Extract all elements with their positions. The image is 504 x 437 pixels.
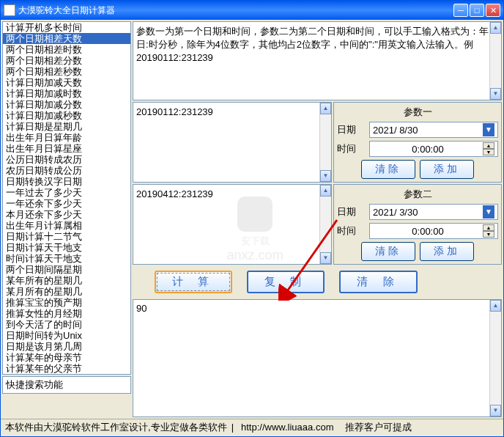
param2-date-value: 2021/ 3/30	[373, 207, 483, 218]
param2-title: 参数二	[337, 188, 498, 201]
dropdown-icon[interactable]: ▼	[483, 123, 494, 136]
app-icon	[4, 4, 15, 16]
spin-up-icon[interactable]: ▲	[483, 142, 494, 149]
param2-add-button[interactable]: 添加	[420, 242, 474, 261]
param1-time-input[interactable]: 0:00:00 ▲ ▼	[369, 141, 498, 157]
sidebar-item[interactable]: 某年所有的星期几	[3, 275, 130, 286]
close-button[interactable]: ✕	[486, 4, 500, 17]
scrollbar[interactable]: ▲ ▼	[319, 185, 331, 264]
sidebar-item[interactable]: 推算宝宝的预产期	[3, 297, 130, 308]
sidebar-item[interactable]: 计算日期加减时数	[3, 88, 130, 99]
param1-add-button[interactable]: 添加	[420, 160, 474, 179]
sidebar-item[interactable]: 两个日期相差天数	[3, 33, 130, 44]
window-title: 大漠驼铃大全日期计算器	[18, 4, 453, 17]
sidebar-item[interactable]: 计算某年的母亲节	[3, 352, 130, 363]
sidebar-item[interactable]: 计算日期加减秒数	[3, 110, 130, 121]
scroll-down-icon[interactable]: ▼	[490, 88, 501, 100]
param1-value: 20190112:231239	[136, 106, 213, 117]
copy-button[interactable]: 复 制	[247, 271, 325, 293]
function-list[interactable]: 计算开机多长时间两个日期相差天数两个日期相差时数两个日期相差分数两个日期相差秒数…	[2, 21, 131, 375]
time-label: 时间	[337, 224, 366, 238]
sidebar-item[interactable]: 日期计算十二节气	[3, 231, 130, 242]
description-text: 参数一为第一个日期和时间，参数二为第二个日期和时间，可以手工输入格式为：年月日:…	[136, 26, 498, 63]
param1-panel: 参数一 日期 2021/ 8/30 ▼ 时间 0:00:00	[333, 102, 502, 183]
sidebar-item[interactable]: 出生年月日算星座	[3, 143, 130, 154]
date-label: 日期	[337, 205, 366, 218]
sidebar-item[interactable]: 计算日期加减分数	[3, 99, 130, 110]
calculate-button[interactable]: 计 算	[155, 271, 232, 293]
spin-down-icon[interactable]: ▼	[483, 149, 494, 155]
param2-time-input[interactable]: 0:00:00 ▲ ▼	[369, 223, 498, 239]
sidebar-item[interactable]: 某月所有的星期几	[3, 286, 130, 297]
scroll-up-icon[interactable]: ▲	[490, 22, 501, 34]
param1-clear-button[interactable]: 清除	[361, 160, 415, 179]
sidebar-item[interactable]: 农历日期转成公历	[3, 165, 130, 176]
scroll-up-icon[interactable]: ▲	[320, 103, 331, 114]
statusbar: 本软件由大漠驼铃软件工作室设计,专业定做各类软件 | http://www.li…	[1, 419, 503, 435]
status-text2: 推荐客户可提成	[345, 421, 412, 434]
scroll-down-icon[interactable]: ▼	[320, 252, 331, 264]
sidebar-item[interactable]: 计算日期加减天数	[3, 77, 130, 88]
maximize-button[interactable]: □	[470, 4, 484, 17]
sidebar-item[interactable]: 公历日期转成农历	[3, 154, 130, 165]
dropdown-icon[interactable]: ▼	[483, 205, 494, 218]
param1-date-input[interactable]: 2021/ 8/30 ▼	[369, 122, 498, 138]
sidebar-item[interactable]: 日期时间转为Unix	[3, 330, 130, 341]
sidebar-item[interactable]: 两个日期相差时数	[3, 44, 130, 55]
param2-time-value: 0:00:00	[373, 226, 483, 237]
scroll-down-icon[interactable]: ▼	[490, 405, 501, 416]
sidebar-item[interactable]: 出生年月计算属相	[3, 220, 130, 231]
scrollbar[interactable]: ▲ ▼	[489, 22, 501, 100]
scroll-down-icon[interactable]: ▼	[320, 170, 331, 182]
sidebar-item[interactable]: 到今天活了的时间	[3, 319, 130, 330]
param1-title: 参数一	[337, 106, 498, 119]
sidebar-item[interactable]: 计算日期是星期几	[3, 121, 130, 132]
scrollbar[interactable]: ▲ ▼	[319, 103, 331, 182]
quick-search[interactable]: 快捷搜索功能	[2, 376, 131, 394]
sidebar-item[interactable]: 日期转换汉字日期	[3, 176, 130, 187]
param1-textarea[interactable]: 20190112:231239 ▲ ▼	[133, 102, 332, 183]
param2-date-input[interactable]: 2021/ 3/30 ▼	[369, 204, 498, 220]
param2-value: 20190412:231239	[136, 188, 213, 199]
titlebar: 大漠驼铃大全日期计算器 ─ □ ✕	[1, 1, 503, 20]
sidebar-item[interactable]: 计算某年的父亲节	[3, 363, 130, 374]
time-label: 时间	[337, 142, 366, 155]
sidebar-item[interactable]: 日期计算天干地支	[3, 242, 130, 253]
description-box: 参数一为第一个日期和时间，参数二为第二个日期和时间，可以手工输入格式为：年月日:…	[133, 21, 502, 100]
result-value: 90	[136, 303, 147, 314]
status-text1: 本软件由大漠驼铃软件工作室设计,专业定做各类软件	[5, 421, 227, 434]
result-box[interactable]: 90 ▲ ▼	[133, 299, 502, 417]
clear-button[interactable]: 清 除	[339, 271, 417, 293]
sidebar-item[interactable]: 出生年月日算年龄	[3, 132, 130, 143]
sidebar-item[interactable]: 两个日期相差秒数	[3, 66, 130, 77]
param2-clear-button[interactable]: 清除	[361, 242, 415, 261]
scroll-up-icon[interactable]: ▲	[490, 300, 501, 312]
minimize-button[interactable]: ─	[453, 4, 468, 17]
param1-time-value: 0:00:00	[373, 144, 483, 155]
sidebar-item[interactable]: 日期是该月第几周	[3, 341, 130, 352]
param2-textarea[interactable]: 20190412:231239 ▲ ▼	[133, 184, 332, 265]
sidebar-item[interactable]: 两个日期相差分数	[3, 55, 130, 66]
param1-date-value: 2021/ 8/30	[373, 125, 483, 136]
scroll-up-icon[interactable]: ▲	[320, 185, 331, 197]
spin-down-icon[interactable]: ▼	[483, 231, 494, 238]
sidebar-item[interactable]: 推算女性的月经期	[3, 308, 130, 319]
sidebar-item[interactable]: 计算开机多长时间	[3, 22, 130, 33]
scrollbar[interactable]: ▲ ▼	[489, 300, 501, 416]
sidebar-item[interactable]: 一年过去了多少天	[3, 187, 130, 198]
sidebar-item[interactable]: 本月还余下多少天	[3, 209, 130, 220]
sidebar-item[interactable]: 一年还余下多少天	[3, 198, 130, 209]
spin-up-icon[interactable]: ▲	[483, 224, 494, 231]
status-url[interactable]: http://www.liuaaa.com	[241, 422, 333, 433]
param2-panel: 参数二 日期 2021/ 3/30 ▼ 时间 0:00:00	[333, 184, 502, 265]
sidebar-item[interactable]: 时间计算天干地支	[3, 253, 130, 264]
sidebar-item[interactable]: 两个日期间隔星期	[3, 264, 130, 275]
date-label: 日期	[337, 123, 366, 136]
